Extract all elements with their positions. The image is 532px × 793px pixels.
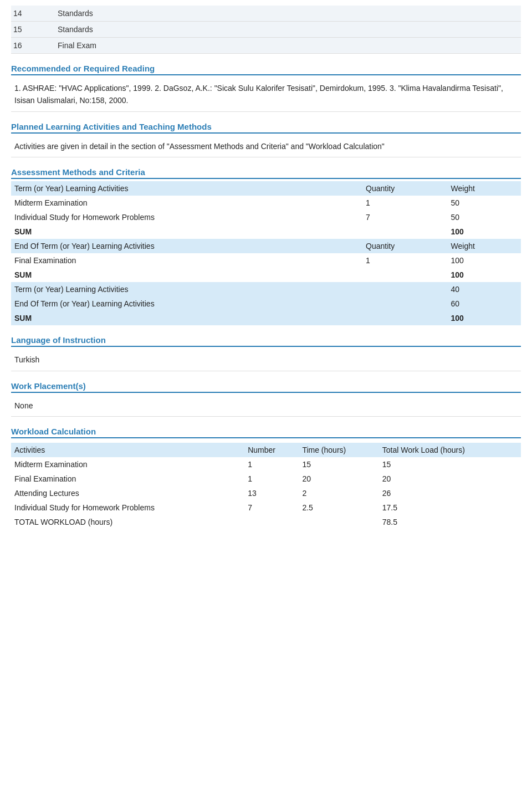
work-placement-section: Work Placement(s) None (11, 381, 521, 417)
weight-cell: 40 (448, 282, 521, 296)
work-placement-header: Work Placement(s) (11, 381, 521, 393)
planned-learning-content: Activities are given in detail in the se… (11, 136, 521, 157)
activity-cell: Final Examination (11, 253, 362, 268)
col-activity: Term (or Year) Learning Activities (11, 181, 362, 196)
planned-learning-header: Planned Learning Activities and Teaching… (11, 122, 521, 134)
weight-cell: 100 (448, 253, 521, 268)
wl-activities-header: Activities (11, 443, 244, 457)
quantity-cell (362, 268, 448, 282)
wl-total: 20 (379, 472, 521, 486)
activity-cell: Term (or Year) Learning Activities (11, 282, 362, 296)
wl-time: 20 (299, 472, 378, 486)
wl-number: 1 (244, 457, 299, 472)
workload-row: Individual Study for Homework Problems72… (11, 500, 521, 515)
col-quantity: Quantity (362, 181, 448, 196)
assessment-summary-row: SUM100 (11, 311, 521, 325)
schedule-label: Standards (58, 25, 93, 34)
wl-time: 2 (299, 486, 378, 500)
schedule-label: Final Exam (58, 41, 96, 50)
wl-number: 1 (244, 472, 299, 486)
wl-number (244, 515, 299, 529)
col-activity: End Of Term (or Year) Learning Activitie… (11, 239, 362, 253)
quantity-cell (362, 282, 448, 296)
assessment-term-header-row: Term (or Year) Learning ActivitiesQuanti… (11, 181, 521, 196)
assessment-end-row: SUM100 (11, 268, 521, 282)
workload-table: ActivitiesNumberTime (hours)Total Work L… (11, 443, 521, 529)
wl-time (299, 515, 378, 529)
wl-total: 26 (379, 486, 521, 500)
wl-total: 15 (379, 457, 521, 472)
wl-activity: Final Examination (11, 472, 244, 486)
quantity-cell (362, 224, 448, 239)
assessment-summary-row: Term (or Year) Learning Activities40 (11, 282, 521, 296)
workload-header: Workload Calculation (11, 427, 521, 438)
weight-cell: 100 (448, 268, 521, 282)
schedule-row: 16Final Exam (11, 38, 521, 54)
assessment-header: Assessment Methods and Criteria (11, 167, 521, 179)
quantity-cell: 1 (362, 196, 448, 210)
quantity-cell: 1 (362, 253, 448, 268)
activity-cell: SUM (11, 224, 362, 239)
wl-total: 78.5 (379, 515, 521, 529)
schedule-num: 15 (13, 25, 58, 34)
activity-cell: SUM (11, 268, 362, 282)
wl-activity: Individual Study for Homework Problems (11, 500, 244, 515)
wl-time-header: Time (hours) (299, 443, 378, 457)
weight-cell: 60 (448, 296, 521, 311)
recommended-reading-content: 1. ASHRAE: "HVAC Applications", 1999. 2.… (11, 78, 521, 112)
language-section: Language of Instruction Turkish (11, 335, 521, 371)
wl-number-header: Number (244, 443, 299, 457)
assessment-end-row: Final Examination1100 (11, 253, 521, 268)
page-container: 14Standards15Standards16Final Exam Recom… (0, 0, 532, 551)
weight-cell: 100 (448, 311, 521, 325)
schedule-num: 14 (13, 9, 58, 18)
quantity-cell: 7 (362, 210, 448, 224)
recommended-reading-header: Recommended or Required Reading (11, 64, 521, 75)
wl-activity: TOTAL WORKLOAD (hours) (11, 515, 244, 529)
schedule-row: 14Standards (11, 6, 521, 22)
wl-total-header: Total Work Load (hours) (379, 443, 521, 457)
workload-row: Midterm Examination11515 (11, 457, 521, 472)
schedule-label: Standards (58, 9, 93, 18)
quantity-cell (362, 296, 448, 311)
weight-cell: 50 (448, 196, 521, 210)
schedule-row: 15Standards (11, 22, 521, 38)
planned-learning-section: Planned Learning Activities and Teaching… (11, 122, 521, 157)
workload-header-row: ActivitiesNumberTime (hours)Total Work L… (11, 443, 521, 457)
weight-cell: 100 (448, 224, 521, 239)
assessment-term-row: SUM100 (11, 224, 521, 239)
assessment-section: Assessment Methods and Criteria Term (or… (11, 167, 521, 325)
assessment-end-header-row: End Of Term (or Year) Learning Activitie… (11, 239, 521, 253)
wl-number: 7 (244, 500, 299, 515)
wl-time: 2.5 (299, 500, 378, 515)
workload-row: Final Examination12020 (11, 472, 521, 486)
assessment-term-row: Individual Study for Homework Problems75… (11, 210, 521, 224)
activity-cell: Midterm Examination (11, 196, 362, 210)
col-quantity: Quantity (362, 239, 448, 253)
wl-number: 13 (244, 486, 299, 500)
assessment-term-row: Midterm Examination150 (11, 196, 521, 210)
col-weight: Weight (448, 181, 521, 196)
wl-activity: Attending Lectures (11, 486, 244, 500)
weight-cell: 50 (448, 210, 521, 224)
wl-total: 17.5 (379, 500, 521, 515)
schedule-section: 14Standards15Standards16Final Exam (11, 6, 521, 54)
activity-cell: SUM (11, 311, 362, 325)
assessment-summary-row: End Of Term (or Year) Learning Activitie… (11, 296, 521, 311)
activity-cell: End Of Term (or Year) Learning Activitie… (11, 296, 362, 311)
quantity-cell (362, 311, 448, 325)
activity-cell: Individual Study for Homework Problems (11, 210, 362, 224)
col-weight: Weight (448, 239, 521, 253)
language-content: Turkish (11, 349, 521, 371)
wl-time: 15 (299, 457, 378, 472)
language-header: Language of Instruction (11, 335, 521, 347)
workload-row: TOTAL WORKLOAD (hours)78.5 (11, 515, 521, 529)
wl-activity: Midterm Examination (11, 457, 244, 472)
recommended-reading-section: Recommended or Required Reading 1. ASHRA… (11, 64, 521, 112)
workload-section: Workload Calculation ActivitiesNumberTim… (11, 427, 521, 529)
workload-row: Attending Lectures13226 (11, 486, 521, 500)
work-placement-content: None (11, 395, 521, 417)
assessment-table: Term (or Year) Learning ActivitiesQuanti… (11, 181, 521, 325)
schedule-num: 16 (13, 41, 58, 50)
